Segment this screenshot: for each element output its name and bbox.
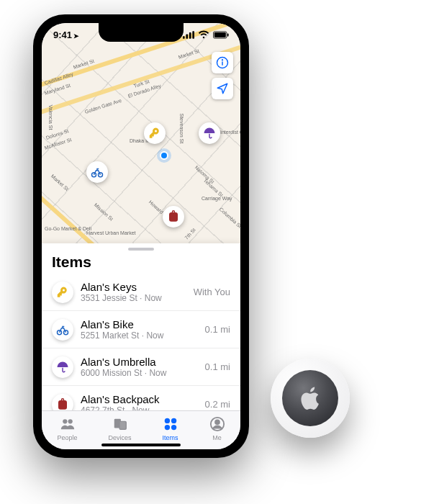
item-name: Alan's Umbrella [81,356,198,368]
item-distance: 0.2 mi [205,399,230,410]
item-distance: With You [194,287,230,297]
street-label: Interdist Cen [220,130,240,135]
item-row-umbrella[interactable]: Alan's Umbrella6000 Mission St · Now0.1 … [42,348,240,386]
wifi-icon [198,30,209,39]
item-row-bike[interactable]: Alan's Bike5251 Market St · Now0.1 mi [42,311,240,348]
sheet-grabber[interactable] [128,248,154,251]
item-row-keys[interactable]: Alan's Keys3531 Jessie St · NowWith You [42,274,240,311]
airtag-steel-back [282,370,338,426]
item-name: Alan's Keys [81,281,186,293]
svg-point-24 [215,420,220,424]
item-subtitle: 4672 7th St · Now [81,405,198,410]
location-services-icon: ➤ [73,32,79,40]
item-subtitle: 5251 Market St · Now [81,330,198,341]
tab-label: Me [212,434,222,441]
street-label: Stevenson St [179,114,184,144]
svg-rect-0 [183,36,185,39]
svg-rect-5 [214,32,226,37]
svg-point-22 [171,425,176,430]
svg-rect-18 [119,421,126,429]
item-distance: 0.1 mi [205,361,230,372]
airtag-product [271,359,350,438]
svg-rect-6 [227,33,229,36]
devices-icon [112,416,128,433]
street-label: El Dorado Alley [127,83,162,98]
svg-rect-3 [192,31,194,39]
svg-point-19 [164,418,169,423]
status-time: 9:41➤ [53,30,79,40]
keys-marker[interactable] [144,122,166,144]
items-sheet[interactable]: Items Alan's Keys3531 Jessie St · NowWit… [42,243,240,410]
item-name: Alan's Backpack [81,393,198,405]
bike-icon [52,319,73,341]
tab-label: People [57,434,77,441]
svg-point-20 [171,418,176,423]
street-label: Carriage Way [202,196,232,201]
tab-devices[interactable]: Devices [109,416,132,441]
people-icon [60,416,76,433]
street-label: Go-Go Market & Deli [45,226,91,231]
item-distance: 0.1 mi [205,324,230,335]
keys-icon [52,282,73,303]
home-indicator[interactable] [101,444,181,446]
svg-rect-1 [186,34,188,38]
item-subtitle: 3531 Jessie St · Now [81,293,186,303]
street-label: Market St [50,174,70,192]
me-icon [209,416,225,433]
street-label: Harvest Urban Market [86,230,135,235]
apple-logo-icon [299,385,321,411]
svg-rect-2 [189,32,191,38]
tab-items[interactable]: Items [163,416,178,441]
tab-people[interactable]: People [57,416,77,441]
tab-label: Devices [109,434,132,441]
sheet-title: Items [42,253,240,274]
street-label: Market St [178,48,200,60]
tab-label: Items [163,434,178,441]
bike-marker[interactable] [86,161,108,183]
svg-point-14 [63,419,67,423]
umbrella-icon [52,356,73,378]
backpack-marker[interactable] [163,206,184,228]
items-icon [163,416,178,433]
item-subtitle: 6000 Mission St · Now [81,368,198,378]
map-view[interactable]: Market StMarket StValencia StDolores StC… [42,23,240,249]
screen: 9:41➤ Mark [42,23,240,449]
street-label: 7th St [184,228,196,240]
cellular-signal-icon [183,31,194,39]
notch [99,23,184,42]
user-location-dot [160,151,168,160]
item-row-backpack[interactable]: Alan's Backpack4672 7th St · Now0.2 mi [42,386,240,410]
map-info-button[interactable] [212,52,233,73]
tab-me[interactable]: Me [209,416,225,441]
battery-icon [213,31,229,39]
street-label: Valencia St [48,105,53,130]
svg-point-21 [164,425,169,430]
svg-point-15 [68,419,72,423]
item-name: Alan's Bike [81,318,198,330]
street-label: Mission St [94,202,114,222]
street-label: Golden Gate Ave [84,98,122,114]
backpack-icon [52,394,73,411]
street-label: Columbia St [219,207,240,229]
umbrella-marker[interactable] [199,122,220,144]
svg-point-9 [222,60,223,60]
map-locate-button[interactable] [212,78,233,99]
iphone-device-frame: 9:41➤ Mark [33,14,249,458]
